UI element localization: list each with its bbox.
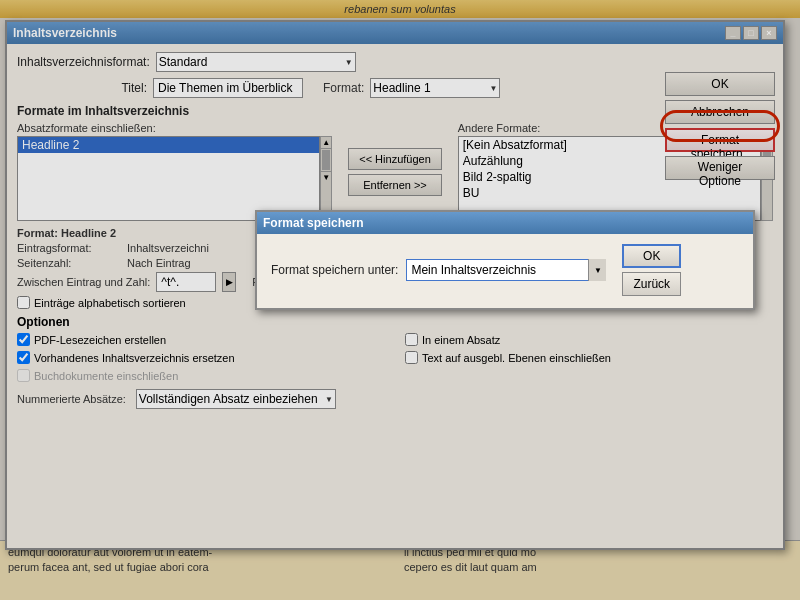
- format-save-label: Format speichern unter:: [271, 263, 398, 277]
- format-save-row: Format speichern unter: ▼ OK Zurück: [271, 244, 739, 296]
- format-zuruck-button[interactable]: Zurück: [622, 272, 681, 296]
- format-dialog-buttons: OK Zurück: [622, 244, 681, 296]
- format-dialog-content: Format speichern unter: ▼ OK Zurück: [257, 234, 753, 314]
- format-ok-button[interactable]: OK: [622, 244, 681, 268]
- format-dialog-title: Format speichern: [263, 216, 364, 230]
- format-dialog-titlebar: Format speichern: [257, 212, 753, 234]
- format-dialog: Format speichern Format speichern unter:…: [255, 210, 755, 310]
- format-name-input[interactable]: [406, 259, 606, 281]
- format-input-dropdown[interactable]: ▼: [588, 259, 606, 281]
- format-input-wrapper: ▼: [406, 259, 606, 281]
